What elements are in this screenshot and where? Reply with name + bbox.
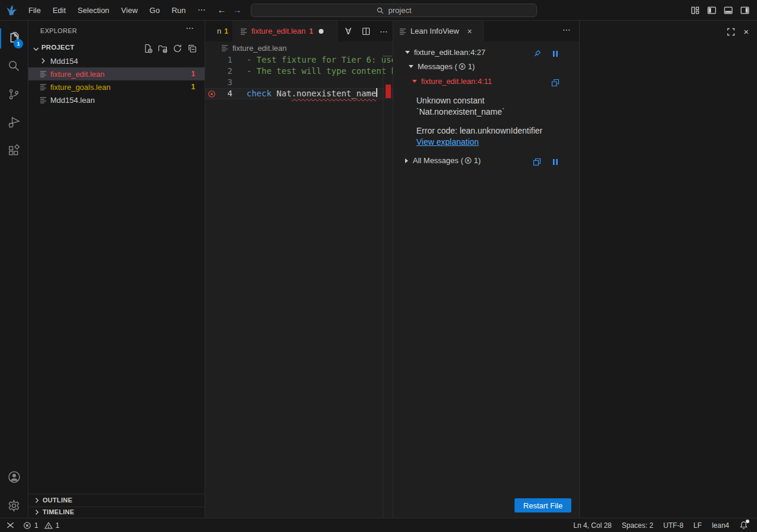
cursor-position[interactable]: Ln 4, Col 28 (574, 521, 612, 530)
navigate-back-icon[interactable]: ← (215, 3, 228, 17)
toggle-secondary-sidebar-icon[interactable] (740, 5, 750, 15)
eol-setting[interactable]: LF (694, 521, 702, 530)
tab-lean-infoview[interactable]: Lean InfoView × (393, 21, 484, 41)
activity-bar: 1 (0, 21, 28, 518)
breadcrumb-item[interactable]: fixture_edit.lean (232, 44, 287, 53)
encoding-setting[interactable]: UTF-8 (664, 521, 684, 530)
tree-item-fixture-goals[interactable]: fixture_goals.lean 1 (28, 80, 205, 93)
menu-more-icon[interactable]: ⋯ (192, 2, 212, 18)
explorer-title: EXPLORER (40, 27, 77, 34)
problems-indicator[interactable]: 1 1 (23, 521, 59, 530)
expand-triangle-icon (405, 158, 408, 163)
tab-label: n (217, 27, 221, 35)
cursor-info-header[interactable]: fixture_edit.lean:4:27 (405, 48, 486, 57)
toggle-primary-sidebar-icon[interactable] (707, 5, 717, 15)
code-line-1[interactable]: 1 - Test fixture for Tier 6: use (205, 54, 393, 66)
code-line-3[interactable]: 3 (205, 77, 393, 88)
toggle-panel-icon[interactable] (723, 5, 733, 15)
customize-layout-icon[interactable] (690, 5, 700, 15)
code-keyword: check (247, 88, 271, 99)
close-tab-icon[interactable]: × (465, 27, 474, 36)
accounts-icon[interactable] (0, 465, 28, 489)
tree-item-label: Mdd154.lean (50, 96, 95, 105)
remote-indicator-icon[interactable] (6, 521, 15, 530)
menu-selection[interactable]: Selection (72, 2, 115, 18)
tree-item-label: fixture_edit.lean (50, 70, 105, 79)
secondary-panel: × (580, 21, 757, 518)
search-view-icon[interactable] (0, 54, 28, 77)
title-bar: File Edit Selection View Go Run ⋯ ← → pr… (0, 0, 757, 21)
breadcrumb[interactable]: fixture_edit.lean (205, 41, 393, 54)
close-panel-icon[interactable]: × (743, 27, 749, 37)
extensions-icon[interactable] (0, 139, 28, 163)
notifications-bell-icon[interactable] (739, 521, 749, 530)
maximize-panel-icon[interactable] (726, 27, 736, 37)
timeline-section[interactable]: TIMELINE (28, 507, 205, 518)
copy-to-comment-icon[interactable] (551, 78, 560, 87)
error-count-icon (458, 63, 466, 70)
layout-controls (690, 5, 750, 15)
restart-file-button[interactable]: Restart File (515, 498, 571, 512)
menu-bar: File Edit Selection View Go Run ⋯ (22, 2, 212, 18)
editor-actions: ∀ ⋯ (342, 21, 390, 41)
pause-all-messages-icon[interactable] (551, 157, 560, 167)
menu-edit[interactable]: Edit (47, 2, 72, 18)
split-editor-icon[interactable] (360, 25, 373, 38)
messages-section-header[interactable]: Messages ( 1) (409, 62, 475, 71)
menu-file[interactable]: File (22, 2, 47, 18)
menu-view[interactable]: View (115, 2, 144, 18)
navigate-forward-icon[interactable]: → (231, 3, 244, 17)
source-control-icon[interactable] (0, 82, 28, 106)
explorer-toolbar (143, 44, 197, 53)
scrollbar-thumb[interactable] (383, 56, 392, 57)
editor-more-icon[interactable]: ⋯ (377, 25, 390, 38)
menu-go[interactable]: Go (144, 2, 166, 18)
collapse-all-icon[interactable] (187, 44, 197, 53)
file-icon (398, 27, 407, 36)
editor-scrollbar[interactable] (383, 54, 393, 518)
menu-run[interactable]: Run (166, 2, 192, 18)
tree-item-fixture-edit[interactable]: fixture_edit.lean 1 (28, 67, 205, 80)
refresh-icon[interactable] (173, 44, 182, 53)
pause-updates-icon[interactable] (551, 49, 560, 59)
lean-infoview-toggle-icon[interactable]: ∀ (342, 25, 355, 38)
all-messages-header[interactable]: All Messages ( 1) (405, 156, 481, 165)
indentation-setting[interactable]: Spaces: 2 (622, 521, 653, 530)
pin-icon[interactable] (532, 49, 542, 59)
new-folder-icon[interactable] (158, 44, 167, 53)
tree-item-folder-mdd154[interactable]: Mdd154 (28, 54, 205, 67)
reveal-messages-icon[interactable] (532, 157, 542, 167)
file-icon (220, 43, 229, 53)
line-number: 3 (218, 77, 232, 88)
view-explanation-link[interactable]: View explanation (416, 137, 479, 147)
explorer-view-icon[interactable]: 1 (0, 27, 28, 50)
error-message-header[interactable]: fixture_edit.lean:4:11 (412, 77, 492, 86)
project-section-header[interactable]: PROJECT (28, 42, 205, 54)
tab-fixture-edit[interactable]: fixture_edit.lean 1 (234, 21, 338, 41)
line-number: 4 (218, 88, 232, 99)
tab-problem-badge: 1 (224, 27, 228, 35)
file-icon (38, 69, 48, 79)
lean-logo-icon (5, 3, 19, 17)
tab-label: fixture_edit.lean (251, 27, 306, 35)
error-code-text: Error code: lean.unknownIdentifier (416, 126, 542, 135)
tab-label: Lean InfoView (410, 27, 459, 35)
new-file-icon[interactable] (143, 44, 153, 53)
settings-gear-icon[interactable] (0, 494, 28, 517)
editor-tab-strip: n 1 fixture_edit.lean 1 ∀ ⋯ (205, 21, 393, 41)
tree-item-mdd154-lean[interactable]: Mdd154.lean (28, 93, 205, 106)
modified-dot-icon[interactable] (319, 29, 323, 34)
command-center-search[interactable]: project (251, 4, 537, 17)
problem-badge: 1 (191, 83, 195, 91)
secondary-panel-actions: × (726, 27, 749, 37)
explorer-more-icon[interactable]: ⋯ (186, 23, 194, 33)
outline-section[interactable]: OUTLINE (28, 494, 205, 507)
code-editor[interactable]: 1 - Test fixture for Tier 6: use 2 - The… (205, 54, 393, 518)
code-line-2[interactable]: 2 - The test will type content h (205, 66, 393, 77)
infoview-more-icon[interactable]: ⋯ (562, 25, 571, 34)
language-mode[interactable]: lean4 (712, 521, 729, 530)
search-icon (376, 7, 384, 15)
run-debug-icon[interactable] (0, 111, 28, 134)
tab-fixture-goals-clipped[interactable]: n 1 (205, 21, 233, 41)
code-line-4[interactable]: 4 check Nat.nonexistent_name (205, 88, 393, 99)
